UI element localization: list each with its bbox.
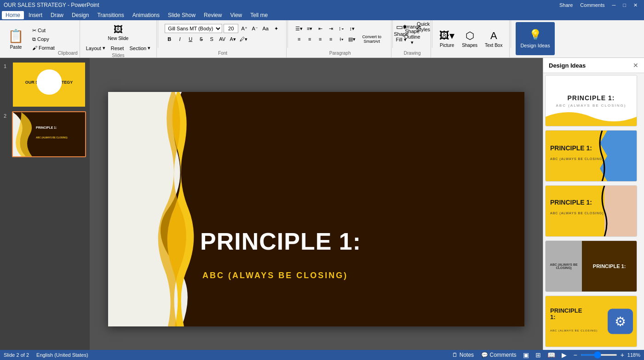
slide-heading: PRINCIPLE 1: bbox=[200, 228, 511, 255]
increase-indent-button[interactable]: ⇥ bbox=[326, 24, 335, 33]
idea3-line bbox=[598, 186, 611, 236]
comments-button[interactable]: Comments bbox=[577, 1, 607, 9]
maximize-button[interactable]: □ bbox=[620, 1, 629, 9]
title-bar-actions: Share Comments ─ □ ✕ bbox=[557, 1, 640, 9]
section-button[interactable]: Section ▾ bbox=[127, 44, 153, 52]
design-panel-close[interactable]: ✕ bbox=[633, 62, 638, 69]
linespacing-button[interactable]: ↕▾ bbox=[347, 24, 356, 33]
justify-button[interactable]: ≡ bbox=[326, 34, 335, 44]
close-button[interactable]: ✕ bbox=[631, 1, 640, 9]
slide-thumb-2[interactable]: PRINCIPLE 1: ABC (ALWAYS BE CLOSING) bbox=[12, 111, 86, 157]
comments-label: Comments bbox=[489, 352, 516, 358]
design-idea-3[interactable]: PRINCIPLE 1: ABC (ALWAYS BE CLOSING) bbox=[545, 185, 637, 237]
align-text-button[interactable]: ▤▾ bbox=[347, 34, 356, 44]
align-center-button[interactable]: ≡ bbox=[305, 34, 314, 44]
main-slide[interactable]: PRINCIPLE 1: ABC (ALWAYS BE CLOSING) bbox=[108, 92, 524, 326]
font-label: Font bbox=[218, 51, 227, 56]
italic-button[interactable]: I bbox=[175, 34, 184, 44]
picture-button[interactable]: 🖼▾ Picture bbox=[437, 29, 457, 49]
shapes-button[interactable]: ⬡ Shapes bbox=[460, 29, 480, 49]
fontcolor-button[interactable]: A▾ bbox=[228, 34, 237, 44]
font-family-select[interactable]: Gill Sans MT (Body) bbox=[165, 24, 222, 33]
bullets-button[interactable]: ☰▾ bbox=[294, 24, 304, 33]
shapes-icon: ⬡ bbox=[466, 30, 474, 42]
decrease-indent-button[interactable]: ⇤ bbox=[316, 24, 325, 33]
new-slide-button[interactable]: 🖼 New Slide bbox=[105, 22, 131, 43]
textbox-label: Text Box bbox=[485, 43, 502, 48]
design-idea-5[interactable]: ⚙ PRINCIPLE1: ABC (ALWAYS BE CLOSING) bbox=[545, 296, 637, 347]
slide2-thumb-sub: ABC (ALWAYS BE CLOSING) bbox=[36, 136, 68, 139]
title-bar: OUR SALES STRATEGY - PowerPoint Share Co… bbox=[0, 0, 644, 10]
menu-home[interactable]: Home bbox=[2, 11, 24, 19]
design-idea-2[interactable]: PRINCIPLE 1: ABC (ALWAYS BE CLOSING) bbox=[545, 130, 637, 182]
design-idea-4[interactable]: ABC (ALWAYS BE CLOSING) PRINCIPLE 1: bbox=[545, 240, 637, 292]
zoom-out-button[interactable]: − bbox=[572, 351, 578, 359]
font-increase-button[interactable]: A⁺ bbox=[240, 24, 249, 33]
shadow-button[interactable]: S bbox=[207, 34, 216, 44]
format-label: Format bbox=[39, 45, 55, 51]
menu-insert[interactable]: Insert bbox=[25, 11, 46, 19]
paste-button[interactable]: 📋 Paste bbox=[4, 22, 28, 56]
columns-button[interactable]: ⫶▾ bbox=[337, 24, 346, 33]
highlight-button[interactable]: 🖊▾ bbox=[239, 34, 248, 44]
bold-button[interactable]: B bbox=[165, 34, 174, 44]
textbox-button[interactable]: A Text Box bbox=[483, 29, 505, 49]
zoom-level: 118% bbox=[627, 352, 640, 358]
para-controls: ☰▾ ≡▾ ⇤ ⇥ ⫶▾ ↕▾ ≡ ≡ ≡ ≡ ⫲▾ ▤▾ Convert to… bbox=[292, 22, 388, 46]
comments-status-button[interactable]: 💬 Comments bbox=[479, 351, 518, 359]
design-ideas-button[interactable]: 💡 Design Ideas bbox=[516, 22, 554, 55]
sep2 bbox=[288, 20, 288, 48]
design-idea-3-inner: PRINCIPLE 1: ABC (ALWAYS BE CLOSING) bbox=[546, 186, 637, 236]
normal-view-button[interactable]: ▣ bbox=[522, 351, 530, 359]
design-panel-title: Design Ideas bbox=[549, 62, 586, 69]
underline-button[interactable]: U bbox=[186, 34, 195, 44]
clipboard-label: Clipboard bbox=[58, 51, 78, 56]
menu-bar: Home Insert Draw Design Transitions Anim… bbox=[0, 10, 644, 20]
idea2-title: PRINCIPLE 1: bbox=[550, 144, 592, 152]
minimize-button[interactable]: ─ bbox=[610, 1, 619, 9]
copy-button[interactable]: ⧉ Copy bbox=[30, 35, 57, 43]
menu-transitions[interactable]: Transitions bbox=[93, 11, 127, 19]
align-right-button[interactable]: ≡ bbox=[316, 34, 325, 44]
zoom-slider[interactable] bbox=[581, 354, 617, 356]
smartart-button[interactable]: Convert to SmartArt bbox=[358, 34, 385, 44]
menu-view[interactable]: View bbox=[226, 11, 246, 19]
slide-panel: 1 OUR SALES STRATEGY WODNBUSINESS.COM 2 bbox=[0, 58, 90, 360]
layout-button[interactable]: Layout ▾ bbox=[84, 44, 108, 52]
slide-thumb-1[interactable]: OUR SALES STRATEGY WODNBUSINESS.COM bbox=[12, 62, 86, 108]
reset-button[interactable]: Reset bbox=[109, 44, 126, 52]
share-button[interactable]: Share bbox=[557, 1, 575, 9]
charspacing-button[interactable]: AV bbox=[218, 34, 227, 44]
font-case-button[interactable]: Aa bbox=[261, 24, 270, 33]
menu-review[interactable]: Review bbox=[200, 11, 225, 19]
font-decrease-button[interactable]: A⁻ bbox=[250, 24, 259, 33]
status-right: 🗒 Notes 💬 Comments ▣ ⊞ 📖 ▶ − + 118% bbox=[450, 351, 640, 359]
menu-draw[interactable]: Draw bbox=[47, 11, 67, 19]
menu-slideshow[interactable]: Slide Show bbox=[164, 11, 199, 19]
idea5-title: PRINCIPLE1: bbox=[550, 308, 582, 321]
slide-sorter-button[interactable]: ⊞ bbox=[534, 351, 542, 359]
numbering-button[interactable]: ≡▾ bbox=[305, 24, 314, 33]
design-idea-1[interactable]: PRINCIPLE 1: ABC (ALWAYS BE CLOSING) bbox=[545, 75, 637, 126]
align-left-button[interactable]: ≡ bbox=[294, 34, 304, 44]
picture-label: Picture bbox=[440, 43, 454, 48]
textbox-icon: A bbox=[490, 30, 497, 42]
cut-button[interactable]: ✂ Cut bbox=[30, 27, 57, 34]
font-size-input[interactable] bbox=[224, 24, 238, 33]
drawing-group: ▭▾ Arrange Quick Styles Shape Fill ▾ Sha… bbox=[394, 20, 431, 57]
clear-format-button[interactable]: ✦ bbox=[271, 24, 281, 33]
slide-thumb-1-inner: OUR SALES STRATEGY WODNBUSINESS.COM bbox=[13, 63, 85, 107]
design-ideas-icon: 💡 bbox=[529, 29, 541, 41]
reading-view-button[interactable]: 📖 bbox=[546, 351, 557, 359]
zoom-in-button[interactable]: + bbox=[619, 351, 626, 359]
notes-button[interactable]: 🗒 Notes bbox=[450, 351, 476, 359]
slideshow-button[interactable]: ▶ bbox=[560, 351, 568, 359]
shape-outline-button[interactable]: Shape Outline ▾ bbox=[408, 32, 417, 41]
menu-design[interactable]: Design bbox=[68, 11, 92, 19]
text-direction-button[interactable]: ⫲▾ bbox=[337, 34, 346, 44]
menu-animations[interactable]: Animations bbox=[129, 11, 163, 19]
sep1 bbox=[158, 20, 158, 48]
format-button[interactable]: 🖌 Format bbox=[30, 44, 57, 51]
menu-tellme[interactable]: Tell me bbox=[247, 11, 271, 19]
strikethrough-button[interactable]: S̶ bbox=[196, 34, 206, 44]
